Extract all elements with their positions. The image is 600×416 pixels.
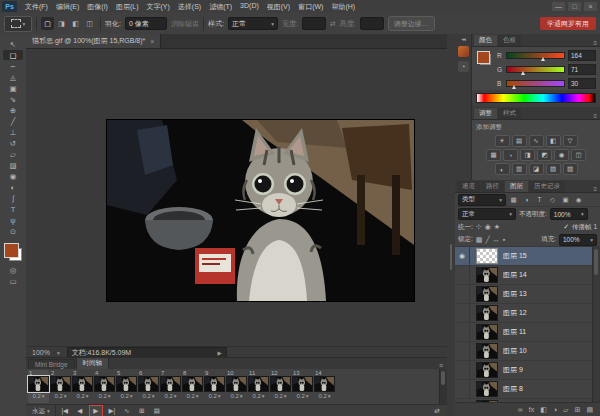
frame-5[interactable]: 5 0.2 ▾ — [116, 370, 137, 403]
eyedropper-tool[interactable]: ⇘ — [3, 94, 23, 104]
frame-2[interactable]: 2 0.2 ▾ — [50, 370, 71, 403]
menu-window[interactable]: 窗口(W) — [294, 0, 327, 14]
frame-thumbnail[interactable] — [182, 376, 203, 392]
threshold-icon[interactable]: ◪ — [529, 163, 544, 175]
frame-8[interactable]: 8 0.2 ▾ — [182, 370, 203, 403]
filter-smart-objects-icon[interactable]: ▣ — [560, 195, 571, 205]
visibility-toggle[interactable]: ◉ — [455, 380, 470, 398]
frame-10[interactable]: 10 0.2 ▾ — [226, 370, 247, 403]
brightness-contrast-icon[interactable]: ☀ — [495, 135, 510, 147]
brush-tool[interactable]: ╱ — [3, 116, 23, 126]
frame-thumbnail[interactable] — [28, 376, 49, 392]
menu-select[interactable]: 选择(S) — [174, 0, 205, 14]
frame-delay[interactable]: 0.2 ▾ — [186, 392, 198, 400]
refine-edge-button[interactable]: 调整边缘… — [388, 16, 435, 31]
photo-filter-icon[interactable]: ◩ — [537, 149, 552, 161]
color-balance-icon[interactable]: ◔ — [503, 149, 518, 161]
layer-row-15[interactable]: ◉ 图层 15 — [455, 247, 600, 266]
clone-stamp-tool[interactable]: ⊥ — [3, 127, 23, 137]
collapsed-panel-icon-2[interactable]: ◔ — [458, 61, 469, 72]
unify-style-icon[interactable]: ★ — [494, 223, 500, 231]
move-tool[interactable]: ↖ — [3, 39, 23, 49]
posterize-icon[interactable]: ▥ — [512, 163, 527, 175]
adjustment-layer-button[interactable]: ◑ — [553, 406, 557, 413]
frame-delay[interactable]: 0.2 ▾ — [208, 392, 220, 400]
frame-13[interactable]: 13 0.2 ▾ — [292, 370, 313, 403]
visibility-toggle[interactable]: ◉ — [455, 323, 470, 341]
first-frame-button[interactable]: |◀ — [59, 406, 71, 416]
blue-value-input[interactable]: 30 — [568, 78, 596, 89]
screen-mode-button[interactable]: ▭ — [3, 276, 23, 286]
frame-3[interactable]: 3 0.2 ▾ — [72, 370, 93, 403]
tab-channels[interactable]: 通道 — [457, 181, 480, 192]
quick-mask-button[interactable]: ◎ — [3, 265, 23, 275]
collapse-dock-icon[interactable]: ◂◂ — [461, 36, 465, 42]
selective-color-icon[interactable]: ▨ — [563, 163, 578, 175]
visibility-toggle[interactable]: ◉ — [455, 361, 470, 379]
menu-help[interactable]: 帮助(H) — [327, 0, 359, 14]
gradient-map-icon[interactable]: ▧ — [546, 163, 561, 175]
lock-image-pixels-icon[interactable]: ╱ — [485, 236, 489, 244]
filter-type-layers-icon[interactable]: T — [534, 195, 545, 205]
layer-row-14[interactable]: ◉ 图层 14 — [455, 266, 600, 285]
tool-preset-picker[interactable]: ▾ — [4, 16, 32, 32]
frame-thumbnail[interactable] — [72, 376, 93, 392]
visibility-toggle[interactable]: ◉ — [455, 247, 470, 265]
frame-delay[interactable]: 0.2 ▾ — [274, 392, 286, 400]
close-document-icon[interactable]: × — [150, 38, 154, 45]
quick-selection-tool[interactable]: ◬ — [3, 72, 23, 82]
tab-layers[interactable]: 图层 — [505, 181, 528, 192]
layer-thumbnail[interactable] — [476, 286, 498, 302]
link-dimensions-icon[interactable]: ⇄ — [330, 20, 336, 28]
levels-icon[interactable]: ▤ — [512, 135, 527, 147]
feather-input[interactable]: 0 像素 — [125, 17, 167, 30]
blue-slider[interactable] — [506, 80, 565, 87]
frame-thumbnail[interactable] — [50, 376, 71, 392]
subtract-from-selection-button[interactable]: ◧ — [69, 17, 82, 30]
document-tab[interactable]: 猫邪恶.gif @ 100%(图层 15,RGB/8)* × — [26, 34, 161, 48]
visibility-toggle[interactable]: ◉ — [455, 285, 470, 303]
frame-thumbnail[interactable] — [226, 376, 247, 392]
panel-menu-icon[interactable]: ≡ — [593, 40, 600, 46]
propagate-frame-checkbox[interactable]: ✓ — [563, 223, 569, 231]
green-value-input[interactable]: 71 — [568, 64, 596, 75]
invert-icon[interactable]: ◐ — [495, 163, 510, 175]
new-selection-button[interactable]: ▢ — [41, 17, 54, 30]
delete-layer-button[interactable]: ▤ — [586, 406, 593, 414]
pen-tool[interactable]: ∫ — [3, 193, 23, 203]
panel-splitter[interactable] — [447, 34, 455, 416]
tab-color[interactable]: 颜色 — [474, 35, 497, 46]
layer-thumbnail[interactable] — [476, 343, 498, 359]
red-value-input[interactable]: 164 — [568, 50, 596, 61]
dodge-tool[interactable]: ◐ — [3, 182, 23, 192]
frame-9[interactable]: 9 0.2 ▾ — [204, 370, 225, 403]
layer-row-11[interactable]: ◉ 图层 11 — [455, 323, 600, 342]
add-mask-button[interactable]: ◧ — [540, 406, 547, 414]
frame-11[interactable]: 11 0.2 ▾ — [248, 370, 269, 403]
unify-position-icon[interactable]: ⊹ — [476, 223, 482, 231]
menu-file[interactable]: 文件(F) — [21, 0, 52, 14]
frame-delay[interactable]: 0.2 ▾ — [318, 392, 330, 400]
layer-row-7[interactable]: ◉ 图层 7 — [455, 399, 600, 402]
panel-menu-icon[interactable]: ≡ — [439, 362, 447, 369]
height-input[interactable] — [360, 17, 384, 30]
gradient-tool[interactable]: ▨ — [3, 160, 23, 170]
vibrance-icon[interactable]: ▽ — [563, 135, 578, 147]
antialias-checkbox[interactable]: 消除锯齿 — [171, 19, 199, 29]
loop-count-select[interactable]: 永远 ▾ — [30, 407, 52, 416]
new-layer-button[interactable]: ⊞ — [575, 406, 581, 414]
new-group-button[interactable]: ▱ — [563, 406, 568, 414]
width-input[interactable] — [302, 17, 326, 30]
frame-thumbnail[interactable] — [292, 376, 313, 392]
tab-history[interactable]: 历史记录 — [529, 181, 565, 192]
layers-scrollbar[interactable] — [592, 247, 600, 402]
intersect-selection-button[interactable]: ◫ — [83, 17, 96, 30]
layer-row-8[interactable]: ◉ 图层 8 — [455, 380, 600, 399]
fill-input[interactable]: 100% ▾ — [559, 234, 597, 246]
unify-visibility-icon[interactable]: ◉ — [485, 223, 491, 231]
frame-delay[interactable]: 0.2 ▾ — [54, 392, 66, 400]
play-button[interactable]: ▶ — [89, 405, 103, 416]
menu-view[interactable]: 视图(V) — [263, 0, 294, 14]
red-slider[interactable] — [506, 52, 565, 59]
black-white-icon[interactable]: ◨ — [520, 149, 535, 161]
